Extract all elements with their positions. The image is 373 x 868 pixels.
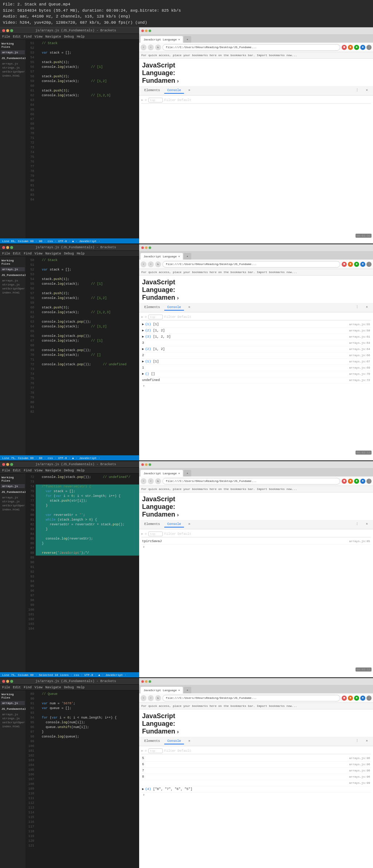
browser-min-4[interactable]	[145, 680, 148, 683]
console-tab-1[interactable]: Console	[164, 88, 184, 94]
new-tab-btn-2[interactable]: +	[184, 253, 191, 260]
browser-max-3[interactable]	[149, 463, 151, 466]
reload-btn-1[interactable]: ↻	[155, 44, 161, 50]
sidebar-setscript-1[interactable]: setScriptOper...	[1, 70, 25, 74]
collapse-icon-2[interactable]: ›	[177, 295, 179, 301]
browser-max-4[interactable]	[149, 680, 151, 683]
action-red-3[interactable]: ■	[342, 479, 347, 484]
browser-tab-1[interactable]: JavaScript Language ×	[141, 36, 183, 43]
menu-navigate-3[interactable]: Navigate	[45, 469, 61, 472]
action-green-3[interactable]: ●	[354, 479, 359, 484]
default-label-4[interactable]: Default	[177, 749, 191, 753]
menu-file-1[interactable]: File	[2, 35, 10, 39]
action-blue-4[interactable]: ●	[360, 696, 365, 701]
console-prompt-2[interactable]: ›	[141, 384, 371, 389]
close-devtools-4[interactable]: ×	[363, 739, 371, 744]
back-btn-2[interactable]: ‹	[141, 261, 146, 267]
sidebar-setscript-2[interactable]: setScriptOper...	[1, 287, 25, 291]
more-options-4[interactable]: ⋮	[353, 738, 362, 744]
sidebar-strings-4[interactable]: strings.js	[1, 716, 25, 720]
action-gray-4[interactable]: ⋮	[366, 696, 372, 701]
menu-debug-1[interactable]: Debug	[64, 35, 74, 39]
tab-close-3[interactable]: ×	[178, 472, 180, 475]
menu-find-1[interactable]: Find	[24, 35, 32, 39]
sidebar-arrays-2[interactable]: arrays.js	[1, 267, 25, 271]
filter-label-1[interactable]: Filter	[164, 98, 176, 102]
top-select-1[interactable]: top	[148, 98, 163, 102]
menu-navigate-2[interactable]: Navigate	[45, 252, 61, 256]
action-orange-1[interactable]: ●	[348, 45, 353, 50]
action-green-1[interactable]: ●	[354, 45, 359, 50]
browser-min-1[interactable]	[145, 30, 148, 32]
code-content-1[interactable]: // Stack var stack = []; stack.push(1); …	[36, 40, 139, 238]
action-orange-4[interactable]: ●	[348, 696, 353, 701]
forward-btn-2[interactable]: ›	[148, 261, 154, 267]
menu-view-4[interactable]: View	[35, 686, 43, 689]
sidebar-index-1[interactable]: index.html	[1, 74, 25, 78]
menu-help-4[interactable]: Help	[77, 686, 85, 689]
top-select-4[interactable]: top	[148, 748, 163, 753]
more-tabs-3[interactable]: »	[185, 522, 193, 528]
sidebar-strings-2[interactable]: strings.js	[1, 283, 25, 287]
max-btn-2[interactable]	[10, 246, 13, 249]
menu-edit-1[interactable]: Edit	[13, 35, 21, 39]
menu-help-1[interactable]: Help	[77, 35, 85, 39]
menu-debug-4[interactable]: Debug	[64, 686, 74, 689]
menu-file-3[interactable]: File	[2, 469, 10, 472]
more-tabs-1[interactable]: »	[185, 88, 193, 94]
menu-help-2[interactable]: Help	[77, 252, 85, 256]
tab-close-1[interactable]: ×	[178, 38, 180, 41]
action-orange-3[interactable]: ●	[348, 479, 353, 484]
sidebar-arrays2-1[interactable]: arrays.js	[1, 62, 25, 66]
min-btn-2[interactable]	[6, 246, 9, 249]
browser-close-1[interactable]	[141, 30, 144, 32]
sidebar-strings-3[interactable]: strings.js	[1, 499, 25, 503]
collapse-icon-3[interactable]: ›	[177, 512, 179, 518]
action-blue-3[interactable]: ●	[360, 479, 365, 484]
address-bar-4[interactable]: file:///C:/Users/6HoursReading/Desktop/J…	[162, 695, 340, 701]
new-tab-btn-3[interactable]: +	[184, 470, 191, 476]
sidebar-arrays2-3[interactable]: arrays.js	[1, 495, 25, 499]
action-gray-3[interactable]: ⋮	[366, 479, 372, 484]
menu-edit-3[interactable]: Edit	[13, 469, 21, 472]
menu-find-2[interactable]: Find	[24, 252, 32, 256]
close-btn-4[interactable]	[2, 680, 5, 683]
max-btn-3[interactable]	[10, 463, 13, 466]
code-content-3[interactable]: console.log(stack.pop()); // undefined*/…	[36, 474, 139, 672]
menu-file-2[interactable]: File	[2, 252, 10, 256]
sidebar-setscript-3[interactable]: setScriptOper...	[1, 503, 25, 507]
more-tabs-2[interactable]: »	[185, 305, 193, 311]
close-btn-2[interactable]	[2, 246, 5, 249]
sidebar-arrays2-4[interactable]: arrays.js	[1, 712, 25, 716]
address-bar-1[interactable]: file:///C:/Users/6HoursReading/Desktop/J…	[162, 44, 340, 51]
reload-btn-3[interactable]: ↻	[155, 478, 161, 484]
menu-view-3[interactable]: View	[35, 469, 43, 472]
filter-label-2[interactable]: Filter	[164, 315, 176, 319]
default-label-1[interactable]: Default	[177, 98, 191, 102]
filter-label-4[interactable]: Filter	[164, 749, 176, 753]
play-icon-1[interactable]: ▶	[141, 98, 143, 102]
play-icon-2[interactable]: ▶	[141, 315, 143, 319]
action-green-4[interactable]: ●	[354, 696, 359, 701]
code-content-4[interactable]: // Queue var num = '5678'; var queue = […	[36, 690, 139, 868]
more-tabs-4[interactable]: »	[185, 739, 193, 744]
browser-tab-4[interactable]: JavaScript Language ×	[141, 687, 183, 693]
forward-btn-3[interactable]: ›	[148, 478, 154, 484]
sidebar-index-2[interactable]: index.html	[1, 291, 25, 295]
code-content-2[interactable]: // Stack var stack = []; stack.push(1); …	[36, 257, 139, 455]
sidebar-arrays2-2[interactable]: arrays.js	[1, 279, 25, 283]
action-orange-2[interactable]: ●	[348, 262, 353, 267]
browser-close-4[interactable]	[141, 680, 144, 683]
menu-view-2[interactable]: View	[35, 252, 43, 256]
min-btn-3[interactable]	[6, 463, 9, 466]
browser-close-2[interactable]	[141, 246, 144, 249]
close-btn-1[interactable]	[2, 29, 5, 32]
top-select-2[interactable]: top	[148, 315, 163, 319]
console-prompt-3[interactable]: ›	[141, 545, 371, 550]
default-label-2[interactable]: Default	[177, 315, 191, 319]
max-btn-1[interactable]	[10, 29, 13, 32]
console-prompt-4[interactable]: ›	[141, 793, 371, 798]
action-gray-2[interactable]: ⋮	[366, 262, 372, 267]
tab-close-4[interactable]: ×	[178, 689, 180, 692]
action-blue-2[interactable]: ●	[360, 262, 365, 267]
